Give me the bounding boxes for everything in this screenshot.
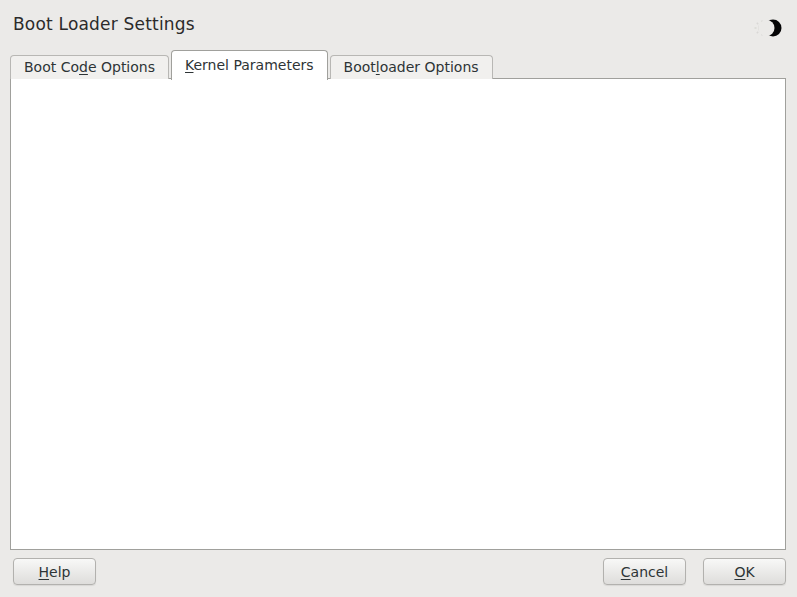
ok-button[interactable]: OK bbox=[703, 558, 786, 585]
window-title: Boot Loader Settings bbox=[13, 14, 195, 34]
tab-bootloader-options[interactable]: Bootloader Options bbox=[330, 55, 493, 79]
tab-bar: Boot Code Options Kernel Parameters Boot… bbox=[10, 49, 495, 79]
tab-kernel-parameters[interactable]: Kernel Parameters bbox=[171, 50, 328, 80]
tab-boot-code-options[interactable]: Boot Code Options bbox=[10, 55, 169, 79]
moon-icon bbox=[750, 16, 784, 40]
cancel-button[interactable]: Cancel bbox=[603, 558, 686, 585]
tab-content-panel bbox=[10, 78, 786, 550]
help-button[interactable]: Help bbox=[13, 558, 96, 585]
